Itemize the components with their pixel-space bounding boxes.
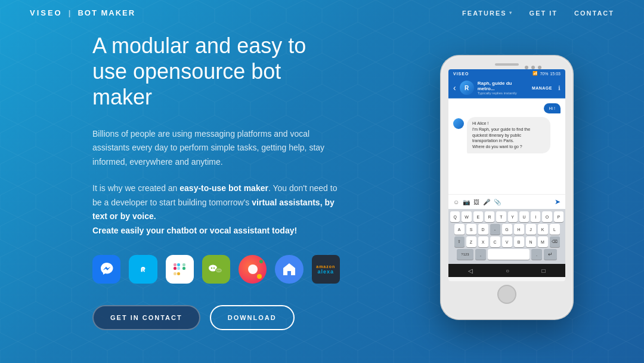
- key-enter[interactable]: ↵: [544, 249, 557, 260]
- alexa-brand-label: amazon: [316, 264, 335, 269]
- mic-icon[interactable]: 🎤: [483, 199, 490, 205]
- svg-rect-11: [177, 267, 180, 270]
- chat-contact-name: Raph, guide du metro...: [478, 81, 528, 91]
- key-k[interactable]: K: [538, 224, 548, 235]
- left-panel: A modular and easy to use opensource bot…: [0, 0, 370, 363]
- key-c[interactable]: C: [490, 236, 500, 247]
- emoji-icon[interactable]: ☺: [453, 199, 459, 205]
- hero-body: It is why we created an easy-to-use bot …: [92, 182, 340, 238]
- sticker-icon[interactable]: 📎: [494, 199, 501, 205]
- signal-icon: 📶: [532, 71, 538, 76]
- get-in-contact-button[interactable]: GET IN CONTACT: [92, 305, 200, 330]
- hero-title: A modular and easy to use opensource bot…: [92, 33, 340, 110]
- platform-icons: amazon alexa: [92, 255, 340, 284]
- camera-icon[interactable]: 📷: [463, 199, 470, 205]
- nav-link-get-it[interactable]: GET IT: [530, 10, 558, 17]
- logo-divider: |: [69, 8, 72, 17]
- cta-buttons: GET IN CONTACT DOWNLOAD: [92, 305, 340, 330]
- key-q[interactable]: Q: [450, 211, 460, 222]
- nav-link-features[interactable]: FEATURES ▾: [462, 10, 512, 17]
- phone-bottom-bar: ◁ ○ □: [448, 264, 565, 277]
- nav-label-features: FEATURES: [462, 10, 506, 17]
- key-comma[interactable]: ,: [475, 249, 486, 260]
- key-w[interactable]: W: [462, 211, 471, 222]
- key-t[interactable]: T: [496, 211, 506, 222]
- key-num[interactable]: ?123: [457, 249, 473, 260]
- hero-body-bold3: Create easily your chatbot or vocal assi…: [92, 226, 297, 235]
- key-d[interactable]: D: [478, 224, 488, 235]
- key-b[interactable]: B: [514, 236, 524, 247]
- navigation: VISEO | BOT MAKER FEATURES ▾ GET IT CONT…: [0, 0, 644, 26]
- key-x[interactable]: X: [478, 236, 488, 247]
- chat-manage-button[interactable]: MANAGE: [532, 86, 552, 90]
- svg-point-18: [219, 270, 221, 271]
- key-space[interactable]: [488, 249, 530, 260]
- key-r[interactable]: R: [485, 211, 494, 222]
- svg-point-17: [218, 270, 219, 271]
- home-nav-button[interactable]: ○: [506, 267, 509, 274]
- time-label: 15:03: [550, 72, 561, 76]
- platform-icon-messenger: [92, 255, 120, 284]
- phone-mockup: VISEO 📶 70% 15:03 ‹ R Raph, guide du met…: [441, 56, 572, 319]
- download-button[interactable]: DOWNLOAD: [210, 305, 295, 330]
- svg-rect-4: [174, 267, 177, 270]
- keyboard-row-2: A S D - G H J K L: [450, 224, 564, 235]
- svg-point-14: [216, 269, 222, 273]
- key-u[interactable]: U: [519, 211, 529, 222]
- key-a[interactable]: A: [454, 224, 465, 235]
- hero-subtitle: Billions of people are using messaging p…: [92, 127, 340, 170]
- send-icon[interactable]: ➤: [555, 198, 561, 206]
- key-dash[interactable]: -: [490, 224, 500, 235]
- keyboard-row-1: Q W E R T Y U I O P: [450, 211, 564, 222]
- logo-subtitle: BOT MAKER: [78, 8, 135, 17]
- key-y[interactable]: Y: [508, 211, 518, 222]
- keyboard-row-4: ?123 , . ↵: [450, 249, 564, 260]
- chat-settings-icon[interactable]: ℹ: [558, 85, 561, 91]
- logo: VISEO | BOT MAKER: [30, 8, 135, 17]
- key-l[interactable]: L: [550, 224, 560, 235]
- key-i[interactable]: I: [531, 211, 540, 222]
- bot-avatar-small: [453, 118, 464, 129]
- message-bubble-received-1: Hi Alice !I'm Raph, your guide to find t…: [467, 117, 550, 153]
- phone-speaker: [495, 63, 519, 66]
- key-o[interactable]: O: [542, 211, 552, 222]
- platform-icon-google-home: [275, 255, 303, 284]
- hero-body-bold1: easy-to-use bot maker: [179, 183, 268, 193]
- key-g[interactable]: G: [502, 224, 512, 235]
- key-period[interactable]: .: [531, 249, 542, 260]
- phone-status-icons: 📶 70% 15:03: [532, 71, 561, 76]
- chevron-down-icon: ▾: [509, 10, 513, 16]
- key-e[interactable]: E: [473, 211, 483, 222]
- key-n[interactable]: N: [526, 236, 536, 247]
- chat-info: Raph, guide du metro... Typically replie…: [478, 81, 528, 95]
- back-icon[interactable]: ‹: [453, 83, 456, 93]
- key-v[interactable]: V: [502, 236, 512, 247]
- phone-status-brand: VISEO: [453, 72, 469, 76]
- alexa-product-label: alexa: [318, 269, 335, 275]
- nav-link-contact[interactable]: CONTACT: [574, 10, 614, 17]
- logo-brand: VISEO: [30, 8, 63, 17]
- key-backspace[interactable]: ⌫: [550, 236, 560, 247]
- key-shift[interactable]: ⇧: [454, 236, 465, 247]
- chat-avatar: R: [460, 81, 474, 95]
- image-icon[interactable]: 🖼: [473, 199, 479, 205]
- back-nav-button[interactable]: ◁: [468, 267, 473, 274]
- platform-icon-alexa: amazon alexa: [312, 255, 340, 284]
- phone-keyboard: Q W E R T Y U I O P A S D: [448, 209, 565, 264]
- phone-screen: VISEO 📶 70% 15:03 ‹ R Raph, guide du met…: [448, 69, 565, 281]
- main-content: A modular and easy to use opensource bot…: [0, 0, 644, 363]
- chat-contact-status: Typically replies instantly: [478, 91, 528, 95]
- svg-rect-10: [177, 263, 180, 266]
- chat-header: ‹ R Raph, guide du metro... Typically re…: [448, 78, 565, 99]
- key-m[interactable]: M: [538, 236, 548, 247]
- recent-nav-button[interactable]: □: [542, 267, 546, 274]
- key-p[interactable]: P: [554, 211, 564, 222]
- key-j[interactable]: J: [526, 224, 536, 235]
- key-z[interactable]: Z: [466, 236, 476, 247]
- nav-label-contact: CONTACT: [574, 10, 614, 17]
- key-s[interactable]: S: [466, 224, 476, 235]
- key-h[interactable]: H: [514, 224, 524, 235]
- keyboard-row-3: ⇧ Z X C V B N M ⌫: [450, 236, 564, 247]
- svg-rect-8: [177, 272, 180, 275]
- phone-home-button[interactable]: [497, 285, 516, 304]
